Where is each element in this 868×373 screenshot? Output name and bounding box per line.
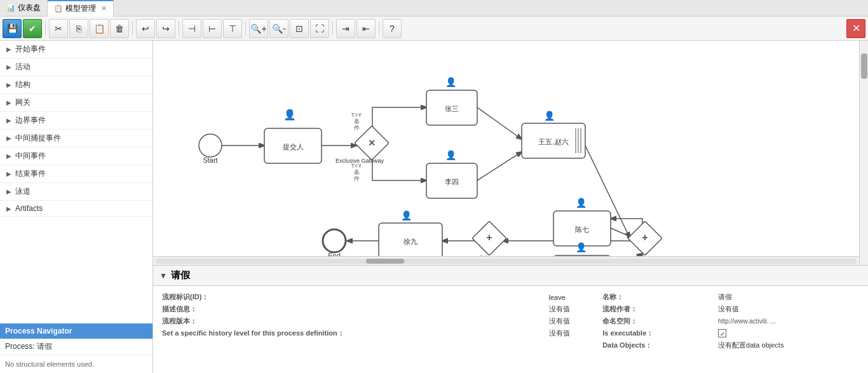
nav-item-artifacts[interactable]: ▶ Artifacts [0,201,153,217]
align-right-button[interactable]: ⊤ [223,19,242,38]
end-event-node[interactable] [323,229,346,252]
hscroll-track [156,259,857,264]
process-navigator-title: Process Navigator [5,327,72,336]
svg-text:件: 件 [354,125,360,131]
arrow-icon: ▶ [6,117,11,124]
tool1-button[interactable]: ⇥ [336,19,355,38]
paste-button[interactable]: 📋 [90,19,109,38]
arrow-icon: ▶ [6,205,11,212]
nav-item-boundary-event[interactable]: ▶ 边界事件 [0,112,153,130]
start-event-node[interactable] [199,134,222,157]
redo-button[interactable]: ↪ [156,19,175,38]
prop-label-data-objects [159,339,546,351]
canvas-container: T>Y 条 件 T<Y 条 件 [153,41,868,265]
prop-value-desc: 没有值 [546,303,600,315]
right-section: T>Y 条 件 T<Y 条 件 [153,41,868,373]
vscroll-thumb[interactable] [861,53,867,79]
prop-value-version: 没有值 [546,315,600,327]
prop-label-name: 名称： [600,291,715,303]
svg-line-3 [477,152,522,180]
arrow-icon: ▶ [6,99,11,106]
svg-text:提交人: 提交人 [283,143,304,151]
properties-table: 流程标识(ID)： leave 名称： 请假 描述信息： 没有值 流程作者： 没… [159,291,862,351]
arrow-icon: ▶ [6,188,11,195]
svg-text:👤: 👤 [445,77,457,88]
nav-label-boundary: 边界事件 [15,115,46,126]
prop-title: 请假 [171,269,190,281]
nav-item-structure[interactable]: ▶ 结构 [0,76,153,94]
nav-item-catch-event[interactable]: ▶ 中间捕捉事件 [0,130,153,147]
fullscreen-button[interactable]: ⛶ [310,19,329,38]
svg-text:徐九: 徐九 [403,238,417,245]
executable-checkbox[interactable]: ✓ [718,329,726,337]
svg-text:👤: 👤 [401,210,412,221]
svg-text:张三: 张三 [445,105,459,112]
svg-text:李四: 李四 [445,178,459,186]
dashboard-icon: 📊 [6,4,15,12]
nav-label-start-event: 开始事件 [15,44,46,55]
nav-label-structure: 结构 [15,79,31,90]
prop-label-desc: 描述信息： [159,303,546,315]
separator-6 [379,21,379,36]
svg-text:条: 条 [354,118,360,125]
separator-3 [179,21,179,36]
copy-button[interactable]: ⎘ [69,19,88,38]
cut-button[interactable]: ✂ [49,19,68,38]
nav-item-end-event[interactable]: ▶ 结束事件 [0,165,153,183]
prop-label-namespace: 命名空间： [600,315,715,327]
help-button[interactable]: ? [383,19,402,38]
zoom-in-button[interactable]: 🔍+ [249,19,268,38]
svg-text:👤: 👤 [445,150,457,161]
svg-text:👤: 👤 [283,109,296,121]
tab-dashboard-label: 仪表盘 [18,3,41,13]
collapse-icon[interactable]: ▼ [159,271,167,280]
svg-text:+: + [642,232,648,243]
prop-value-author: 没有值 [715,303,862,315]
nav-scroll-area: ▶ 开始事件 ▶ 活动 ▶ 结构 ▶ 网关 ▶ 边界事件 ▶ 中间捕捉事件 [0,41,153,323]
svg-text:Start: Start [203,156,217,164]
arrow-icon: ▶ [6,153,11,159]
svg-text:陈七: 陈七 [575,226,589,233]
svg-text:Exclusive Gateway: Exclusive Gateway [336,158,384,164]
vertical-scrollbar[interactable] [859,41,868,265]
zoom-out-button[interactable]: 🔍- [269,19,288,38]
nav-label-intermediate: 中间事件 [15,151,46,161]
hscroll-thumb[interactable] [366,259,404,264]
prop-label-executable: Is executable： [600,327,715,339]
nav-item-gateway[interactable]: ▶ 网关 [0,94,153,112]
canvas-area[interactable]: T>Y 条 件 T<Y 条 件 [153,41,859,265]
toolbar: 💾 ✔ ✂ ⎘ 📋 🗑 ↩ ↪ ⊣ ⊢ ⊤ 🔍+ 🔍- ⊡ ⛶ ⇥ ⇤ ? ✕ [0,17,868,41]
nav-item-intermediate-event[interactable]: ▶ 中间事件 [0,147,153,165]
nav-label-swimlane: 泳道 [15,186,31,197]
confirm-button[interactable]: ✔ [23,19,42,38]
tool2-button[interactable]: ⇤ [356,19,376,38]
process-name: Process: 请假 [5,342,52,351]
tab-model-management[interactable]: 📋 模型管理 ✕ [48,0,114,17]
align-center-button[interactable]: ⊢ [203,19,222,38]
table-row: 流程版本： 没有值 命名空间： http://www.activiti. ... [159,315,862,327]
save-button[interactable]: 💾 [3,19,22,38]
nav-label-activity: 活动 [15,62,31,72]
nav-item-swimlane[interactable]: ▶ 泳道 [0,183,153,201]
nav-label-end: 结束事件 [15,168,46,179]
nav-item-activity[interactable]: ▶ 活动 [0,58,153,76]
fit-button[interactable]: ⊡ [290,19,309,38]
nav-item-start-event[interactable]: ▶ 开始事件 [0,41,153,58]
align-left-button[interactable]: ⊣ [182,19,201,38]
svg-line-2 [477,107,522,139]
tab-close-icon[interactable]: ✕ [101,4,107,13]
model-icon: 📋 [54,4,63,13]
horizontal-scrollbar[interactable] [153,256,859,265]
svg-text:👤: 👤 [576,242,587,253]
tab-model-label: 模型管理 [65,3,96,14]
tab-dashboard[interactable]: 📊 仪表盘 [0,0,48,17]
svg-text:👤: 👤 [576,198,587,208]
bpmn-diagram: T>Y 条 件 T<Y 条 件 [166,47,801,265]
nav-label-artifacts: Artifacts [15,204,43,213]
close-button[interactable]: ✕ [846,19,865,38]
delete-button[interactable]: 🗑 [110,19,129,38]
undo-button[interactable]: ↩ [136,19,155,38]
nav-label-catch: 中间捕捉事件 [15,133,61,144]
separator-2 [132,21,133,36]
main-layout: ▶ 开始事件 ▶ 活动 ▶ 结构 ▶ 网关 ▶ 边界事件 ▶ 中间捕捉事件 [0,41,868,373]
